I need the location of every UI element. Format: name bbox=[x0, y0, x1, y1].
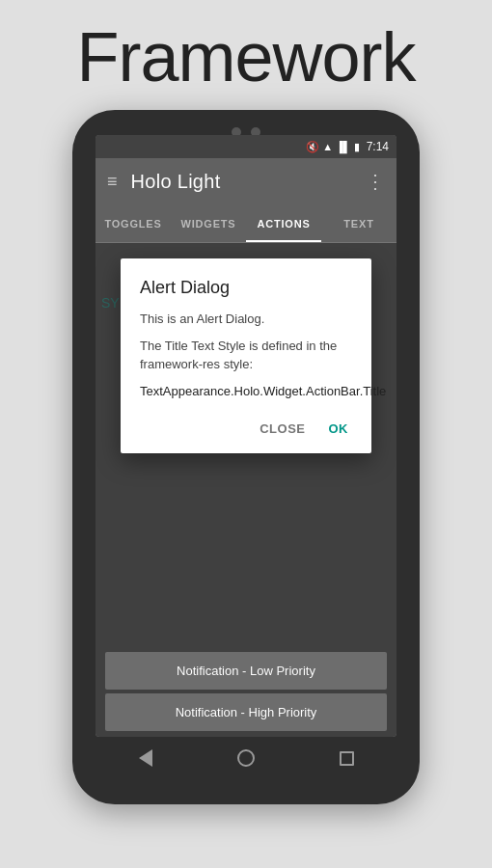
dialog-body-line1: This is an Alert Dialog. bbox=[140, 310, 352, 329]
dialog-body-line2: The Title Text Style is defined in the f… bbox=[140, 337, 352, 374]
recents-square-icon bbox=[340, 751, 354, 766]
status-time: 7:14 bbox=[367, 140, 389, 153]
nav-recents-button[interactable] bbox=[329, 741, 364, 775]
wifi-icon: ▲ bbox=[322, 141, 333, 152]
dialog-close-button[interactable]: CLOSE bbox=[256, 416, 309, 442]
dialog-actions: CLOSE OK bbox=[140, 416, 352, 442]
dialog-title: Alert Dialog bbox=[140, 278, 352, 298]
mute-icon: 🔇 bbox=[306, 141, 319, 153]
phone-outer: 🔇 ▲ ▐▌ ▮ 7:14 ≡ Holo Light ⋮ TOGGLES WID… bbox=[72, 110, 420, 804]
home-circle-icon bbox=[237, 749, 255, 767]
nav-home-button[interactable] bbox=[229, 741, 263, 775]
notification-low-priority[interactable]: Notification - Low Priority bbox=[105, 652, 387, 690]
hamburger-icon[interactable]: ≡ bbox=[107, 172, 118, 192]
status-bar-icons: 🔇 ▲ ▐▌ ▮ 7:14 bbox=[306, 140, 389, 153]
app-bar: ≡ Holo Light ⋮ bbox=[96, 158, 396, 204]
tab-bar: TOGGLES WIDGETS ACTIONS TEXT bbox=[96, 204, 396, 243]
battery-icon: ▮ bbox=[354, 141, 360, 153]
tab-widgets[interactable]: WIDGETS bbox=[171, 204, 246, 242]
tab-text[interactable]: TEXT bbox=[321, 204, 396, 242]
back-arrow-icon bbox=[139, 749, 152, 767]
nav-bar bbox=[96, 737, 396, 779]
dialog-ok-button[interactable]: OK bbox=[325, 416, 353, 442]
status-bar: 🔇 ▲ ▐▌ ▮ 7:14 bbox=[96, 135, 396, 158]
notification-area: Notification - Low Priority Notification… bbox=[96, 646, 396, 737]
signal-icon: ▐▌ bbox=[336, 141, 351, 152]
overflow-icon[interactable]: ⋮ bbox=[366, 170, 385, 193]
app-bar-title: Holo Light bbox=[131, 171, 366, 193]
nav-back-button[interactable] bbox=[128, 741, 163, 775]
alert-dialog: Alert Dialog This is an Alert Dialog. Th… bbox=[121, 258, 371, 453]
dialog-body: This is an Alert Dialog. The Title Text … bbox=[140, 310, 352, 374]
tab-actions[interactable]: ACTIONS bbox=[246, 204, 321, 242]
phone-screen: 🔇 ▲ ▐▌ ▮ 7:14 ≡ Holo Light ⋮ TOGGLES WID… bbox=[96, 135, 396, 737]
page-title: Framework bbox=[0, 0, 492, 110]
tab-toggles[interactable]: TOGGLES bbox=[96, 204, 171, 242]
notification-high-priority[interactable]: Notification - High Priority bbox=[105, 693, 387, 731]
dialog-code: TextAppearance.Holo.Widget.ActionBar.Tit… bbox=[140, 382, 352, 401]
screen-content: SY Alert Dialog This is an Alert Dialog.… bbox=[96, 243, 396, 737]
